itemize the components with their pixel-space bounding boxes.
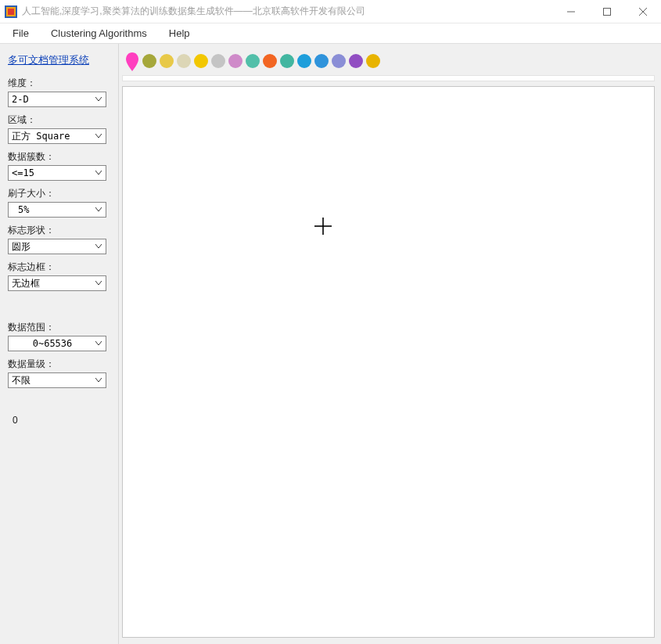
chevron-down-icon: [93, 375, 104, 386]
select-magnitude-value: 不限: [12, 374, 31, 387]
field-brush: 刷子大小： 5%: [8, 187, 110, 222]
label-magnitude: 数据量级：: [8, 358, 110, 371]
select-border-value: 无边框: [12, 277, 40, 290]
spacer: [8, 297, 110, 321]
color-swatch-6[interactable]: [246, 54, 260, 68]
color-palette: [122, 50, 655, 72]
select-border[interactable]: 无边框: [8, 275, 106, 291]
label-dimension: 维度：: [8, 77, 110, 90]
select-clusters[interactable]: <=15: [8, 165, 106, 181]
data-counter: 0: [8, 415, 110, 426]
svg-rect-2: [8, 9, 14, 15]
color-swatch-3[interactable]: [194, 54, 208, 68]
label-clusters: 数据簇数：: [8, 150, 110, 164]
select-brush-value: 5%: [12, 204, 29, 215]
select-region[interactable]: 正方 Square: [8, 128, 106, 144]
field-shape: 标志形状： 圆形: [8, 224, 110, 259]
color-swatch-7[interactable]: [263, 54, 277, 68]
main: 多可文档管理系统 维度： 2-D 区域： 正方 Square 数据簇数：: [0, 44, 661, 644]
label-range: 数据范围：: [8, 321, 110, 334]
titlebar: 人工智能,深度学习,聚类算法的训练数据集生成软件——北京联高软件开发有限公司: [0, 0, 661, 23]
label-brush: 刷子大小：: [8, 187, 110, 200]
select-magnitude[interactable]: 不限: [8, 372, 106, 388]
app-icon: [5, 5, 17, 18]
color-swatch-11[interactable]: [332, 54, 346, 68]
color-swatch-5[interactable]: [228, 54, 242, 68]
field-clusters: 数据簇数： <=15: [8, 150, 110, 185]
maximize-button[interactable]: [589, 0, 625, 23]
crosshair-icon: [312, 215, 334, 237]
label-region: 区域：: [8, 113, 110, 127]
label-shape: 标志形状：: [8, 224, 110, 237]
select-brush[interactable]: 5%: [8, 202, 106, 218]
color-swatch-2[interactable]: [177, 54, 191, 68]
close-button[interactable]: [625, 0, 661, 23]
field-dimension: 维度： 2-D: [8, 77, 110, 112]
field-range: 数据范围： 0~65536: [8, 321, 110, 356]
color-swatch-1[interactable]: [160, 54, 174, 68]
select-dimension-value: 2-D: [12, 94, 29, 105]
palette-divider: [122, 75, 655, 81]
menu-help[interactable]: Help: [166, 26, 193, 41]
select-dimension[interactable]: 2-D: [8, 92, 106, 107]
content-area: [119, 44, 661, 644]
select-clusters-value: <=15: [12, 167, 34, 178]
menu-file[interactable]: File: [9, 26, 32, 41]
select-shape[interactable]: 圆形: [8, 239, 106, 254]
select-range-value: 0~65536: [12, 338, 93, 349]
chevron-down-icon: [93, 278, 104, 289]
color-swatch-13[interactable]: [366, 54, 380, 68]
menubar: File Clustering Algorithms Help: [0, 23, 661, 44]
doc-system-link[interactable]: 多可文档管理系统: [8, 53, 110, 67]
chevron-down-icon: [93, 94, 104, 105]
select-shape-value: 圆形: [12, 240, 31, 254]
select-range[interactable]: 0~65536: [8, 336, 106, 351]
color-swatch-0[interactable]: [142, 54, 156, 68]
minimize-button[interactable]: [553, 0, 589, 23]
chevron-down-icon: [93, 167, 104, 178]
marker-icon[interactable]: [125, 52, 139, 70]
chevron-down-icon: [93, 131, 104, 142]
field-border: 标志边框： 无边框: [8, 261, 110, 296]
chevron-down-icon: [93, 241, 104, 252]
field-magnitude: 数据量级： 不限: [8, 358, 110, 393]
sidebar: 多可文档管理系统 维度： 2-D 区域： 正方 Square 数据簇数：: [0, 44, 119, 644]
window-controls: [553, 0, 661, 23]
color-swatch-12[interactable]: [349, 54, 363, 68]
menu-clustering-algorithms[interactable]: Clustering Algorithms: [48, 26, 150, 41]
field-region: 区域： 正方 Square: [8, 113, 110, 149]
chevron-down-icon: [93, 204, 104, 215]
drawing-canvas[interactable]: [122, 86, 655, 638]
chevron-down-icon: [93, 338, 104, 349]
color-swatch-9[interactable]: [297, 54, 311, 68]
svg-rect-4: [604, 8, 611, 15]
color-swatch-4[interactable]: [211, 54, 225, 68]
window-title: 人工智能,深度学习,聚类算法的训练数据集生成软件——北京联高软件开发有限公司: [22, 5, 553, 18]
label-border: 标志边框：: [8, 261, 110, 274]
color-swatch-10[interactable]: [314, 54, 329, 68]
color-swatch-8[interactable]: [280, 54, 294, 68]
select-region-value: 正方 Square: [12, 130, 70, 143]
